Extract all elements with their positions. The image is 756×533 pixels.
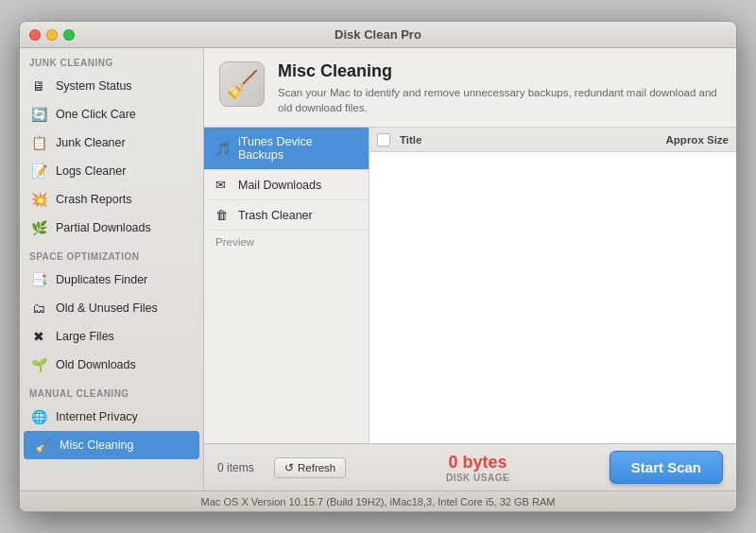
- section-icon: 🧹: [219, 61, 265, 107]
- misc-cleaning-icon: 🧹: [33, 436, 52, 455]
- items-count: 0 items: [217, 461, 265, 474]
- disk-usage: 0 bytes DISK USAGE: [355, 453, 600, 483]
- disk-usage-bytes: 0 bytes: [355, 453, 600, 473]
- section-description: Scan your Mac to identify and remove unn…: [278, 85, 721, 115]
- middle-area: 🎵iTunes Device Backups✉Mail Downloads🗑Tr…: [204, 128, 736, 443]
- sidebar: JUNK CLEANING🖥System Status🔄One Click Ca…: [20, 48, 204, 490]
- header-text: Misc Cleaning Scan your Mac to identify …: [278, 61, 721, 115]
- left-panel-item-trash-cleaner[interactable]: 🗑Trash Cleaner: [204, 200, 369, 231]
- left-panel-item-itunes-backups[interactable]: 🎵iTunes Device Backups: [204, 128, 369, 170]
- sidebar-item-partial-downloads[interactable]: 🌿Partial Downloads: [20, 214, 203, 242]
- preview-label: Preview: [204, 231, 369, 253]
- left-panel-item-mail-downloads[interactable]: ✉Mail Downloads: [204, 170, 369, 200]
- left-panel-item-label: Trash Cleaner: [238, 209, 313, 222]
- select-all-checkbox[interactable]: [377, 133, 396, 146]
- col-title-header: Title: [396, 134, 644, 146]
- one-click-care-icon: 🔄: [29, 105, 48, 124]
- sidebar-item-misc-cleaning[interactable]: 🧹Misc Cleaning: [24, 431, 199, 459]
- sidebar-item-label: Logs Cleaner: [56, 164, 126, 178]
- main-window: Disk Clean Pro JUNK CLEANING🖥System Stat…: [19, 21, 737, 512]
- sidebar-item-label: System Status: [56, 79, 132, 93]
- col-size-header: Approx Size: [644, 134, 729, 146]
- sidebar-item-label: Crash Reports: [56, 193, 132, 206]
- refresh-button[interactable]: ↺ Refresh: [274, 457, 346, 478]
- sidebar-item-label: Internet Privacy: [56, 410, 138, 423]
- left-panel: 🎵iTunes Device Backups✉Mail Downloads🗑Tr…: [204, 128, 369, 443]
- window-title: Disk Clean Pro: [335, 27, 421, 42]
- sidebar-item-old-downloads[interactable]: 🌱Old Downloads: [20, 351, 203, 379]
- junk-cleaner-icon: 📋: [29, 133, 48, 152]
- old-unused-files-icon: 🗂: [29, 299, 48, 318]
- content-area: 🧹 Misc Cleaning Scan your Mac to identif…: [204, 48, 736, 490]
- minimize-button[interactable]: [46, 29, 58, 41]
- large-files-icon: ✖: [29, 327, 48, 346]
- start-scan-button[interactable]: Start Scan: [610, 451, 723, 484]
- sidebar-item-system-status[interactable]: 🖥System Status: [20, 72, 203, 100]
- trash-cleaner-icon: 🗑: [215, 208, 231, 222]
- sidebar-item-old-unused-files[interactable]: 🗂Old & Unused Files: [20, 294, 203, 322]
- section-title: Misc Cleaning: [278, 61, 721, 81]
- table-body: [369, 152, 736, 443]
- table-header: Title Approx Size: [369, 128, 736, 152]
- left-panel-item-label: Mail Downloads: [238, 179, 321, 192]
- status-bar: Mac OS X Version 10.15.7 (Build 19H2), i…: [20, 490, 736, 511]
- content-header: 🧹 Misc Cleaning Scan your Mac to identif…: [204, 48, 736, 128]
- sidebar-item-label: Old & Unused Files: [56, 301, 158, 315]
- close-button[interactable]: [29, 29, 41, 41]
- old-downloads-icon: 🌱: [29, 355, 48, 374]
- sidebar-item-label: Partial Downloads: [56, 221, 151, 234]
- partial-downloads-icon: 🌿: [29, 218, 48, 237]
- footer-bar: 0 items ↺ Refresh 0 bytes DISK USAGE Sta…: [204, 443, 736, 490]
- sidebar-item-one-click-care[interactable]: 🔄One Click Care: [20, 100, 203, 129]
- sidebar-item-label: Large Files: [56, 330, 114, 343]
- refresh-icon: ↺: [284, 461, 294, 474]
- duplicates-finder-icon: 📑: [29, 270, 48, 289]
- maximize-button[interactable]: [63, 29, 75, 41]
- sidebar-item-label: Duplicates Finder: [56, 273, 147, 286]
- system-status-icon: 🖥: [29, 77, 48, 95]
- disk-usage-label: DISK USAGE: [355, 473, 600, 483]
- sidebar-item-label: Junk Cleaner: [56, 136, 126, 149]
- sidebar-section-label: MANUAL CLEANING: [20, 379, 203, 403]
- titlebar: Disk Clean Pro: [20, 22, 736, 48]
- sidebar-item-junk-cleaner[interactable]: 📋Junk Cleaner: [20, 129, 203, 157]
- refresh-label: Refresh: [298, 462, 335, 473]
- right-panel: Title Approx Size: [369, 128, 736, 443]
- sidebar-item-internet-privacy[interactable]: 🌐Internet Privacy: [20, 403, 203, 431]
- sidebar-section-label: JUNK CLEANING: [20, 48, 203, 72]
- crash-reports-icon: 💥: [29, 190, 48, 209]
- itunes-backups-icon: 🎵: [215, 142, 231, 156]
- sidebar-item-label: Old Downloads: [56, 358, 136, 371]
- sidebar-item-large-files[interactable]: ✖Large Files: [20, 322, 203, 351]
- sidebar-item-crash-reports[interactable]: 💥Crash Reports: [20, 185, 203, 214]
- left-panel-item-label: iTunes Device Backups: [238, 135, 357, 162]
- logs-cleaner-icon: 📝: [29, 162, 48, 181]
- main-content: JUNK CLEANING🖥System Status🔄One Click Ca…: [20, 48, 736, 490]
- internet-privacy-icon: 🌐: [29, 407, 48, 426]
- sidebar-section-label: SPACE OPTIMIZATION: [20, 242, 203, 266]
- sidebar-item-logs-cleaner[interactable]: 📝Logs Cleaner: [20, 157, 203, 185]
- mail-downloads-icon: ✉: [215, 178, 231, 192]
- sidebar-item-duplicates-finder[interactable]: 📑Duplicates Finder: [20, 266, 203, 294]
- sidebar-item-label: Misc Cleaning: [60, 438, 134, 452]
- sidebar-item-label: One Click Care: [56, 108, 136, 121]
- traffic-lights: [29, 29, 75, 41]
- status-text: Mac OS X Version 10.15.7 (Build 19H2), i…: [201, 496, 556, 507]
